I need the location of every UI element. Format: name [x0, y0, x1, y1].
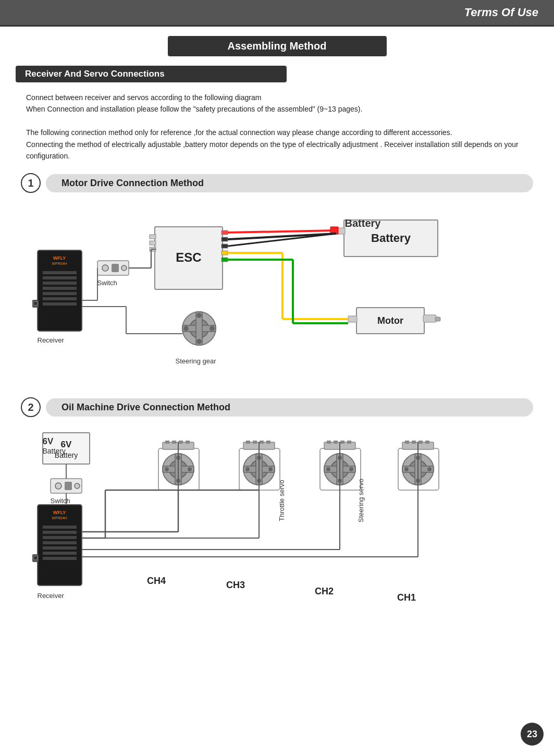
svg-text:ESC: ESC [176, 250, 201, 264]
svg-rect-75 [43, 536, 77, 539]
svg-rect-19 [150, 241, 156, 245]
svg-rect-8 [43, 292, 77, 295]
method1-header: 1 Motor Drive Connection Method [21, 173, 533, 193]
svg-rect-9 [43, 297, 77, 300]
main-section-title: Assembling Method [227, 40, 326, 52]
svg-rect-142 [405, 441, 409, 444]
svg-rect-4 [43, 271, 77, 274]
svg-rect-7 [43, 287, 77, 290]
header-line [0, 25, 554, 27]
svg-text:CH2: CH2 [314, 586, 333, 596]
receiver-label: Receiver [38, 336, 64, 344]
svg-point-121 [349, 467, 353, 471]
steering-gear-label: Steering gear [176, 357, 216, 365]
page-number: 23 [521, 723, 544, 746]
svg-rect-5 [43, 276, 77, 279]
svg-point-42 [196, 313, 202, 318]
svg-point-16 [121, 265, 127, 271]
sub-section-bar: Receiver And Servo Connections [16, 66, 287, 82]
desc-line1: Connect between receiver and servos acco… [26, 92, 528, 103]
svg-rect-77 [43, 546, 77, 550]
svg-point-14 [102, 265, 108, 271]
svg-text:Steering servo: Steering servo [357, 479, 365, 522]
svg-rect-34 [435, 317, 440, 321]
svg-text:Battery: Battery [371, 231, 411, 245]
svg-rect-95 [165, 441, 169, 444]
svg-rect-129 [347, 441, 351, 444]
svg-text:WFR04H: WFR04H [52, 262, 67, 265]
diagram-svg-2: 6V Battery WFLY WFR04H [22, 422, 533, 620]
svg-rect-73 [43, 526, 77, 529]
svg-rect-144 [418, 441, 423, 444]
svg-rect-96 [172, 441, 176, 444]
header-bar: Terms Of Use [0, 0, 554, 25]
svg-point-104 [245, 467, 250, 471]
receiver2-label: Receiver [38, 592, 64, 600]
switch2-label: Switch [51, 497, 70, 505]
svg-text:Throttle servo: Throttle servo [278, 480, 286, 521]
diagram-motor-drive: WFLY WFR04H ESC Battery [22, 198, 533, 386]
svg-rect-126 [327, 441, 331, 444]
svg-text:WFLY: WFLY [53, 255, 66, 261]
svg-point-81 [33, 556, 38, 560]
svg-rect-127 [334, 441, 338, 444]
svg-rect-26 [221, 258, 228, 262]
svg-point-12 [33, 301, 38, 306]
desc-line4: Connecting the method of electrically ad… [26, 139, 528, 162]
desc-line2: When Connection and installation please … [26, 103, 528, 115]
sub-section-title: Receiver And Servo Connections [25, 69, 165, 79]
svg-rect-76 [43, 541, 77, 544]
svg-line-46 [228, 234, 336, 239]
diagram-svg-1: WFLY WFR04H ESC Battery [22, 198, 533, 386]
svg-point-120 [326, 467, 330, 471]
svg-point-136 [404, 467, 409, 471]
svg-rect-79 [43, 557, 77, 560]
svg-point-89 [165, 467, 169, 471]
main-section-title-bar: Assembling Method [168, 36, 387, 56]
svg-rect-25 [221, 251, 228, 255]
svg-point-105 [268, 467, 273, 471]
svg-point-90 [188, 467, 192, 471]
svg-rect-113 [266, 441, 270, 444]
svg-rect-15 [112, 264, 119, 272]
svg-rect-143 [412, 441, 416, 444]
svg-rect-33 [423, 315, 436, 322]
method1-title: Motor Drive Connection Method [61, 178, 204, 188]
svg-rect-128 [340, 441, 344, 444]
svg-text:WFR04H: WFR04H [52, 516, 67, 520]
method2-header: 2 Oil Machine Drive Connection Method [21, 397, 533, 417]
svg-rect-10 [43, 302, 77, 306]
svg-rect-23 [221, 237, 228, 241]
battery6v-text: Battery [43, 447, 66, 455]
battery6v-label: 6V [43, 436, 54, 447]
battery-label-text: Battery [345, 217, 381, 229]
switch-label: Switch [97, 279, 117, 287]
svg-rect-145 [425, 441, 429, 444]
svg-point-41 [210, 326, 215, 331]
svg-point-68 [75, 483, 80, 489]
svg-rect-6 [43, 282, 77, 285]
svg-point-66 [55, 483, 61, 489]
diagram-oil-machine: 6V Battery WFLY WFR04H [22, 422, 533, 620]
method2-title-bar: Oil Machine Drive Connection Method [46, 398, 533, 417]
method2-number: 2 [21, 397, 41, 417]
svg-rect-67 [65, 482, 72, 490]
svg-text:Motor: Motor [377, 315, 403, 326]
svg-line-44 [228, 230, 336, 233]
page-title: Terms Of Use [464, 6, 538, 19]
method1-title-bar: Motor Drive Connection Method [46, 174, 533, 192]
svg-text:WFLY: WFLY [53, 510, 66, 515]
svg-rect-32 [348, 316, 357, 322]
svg-point-43 [196, 339, 202, 344]
svg-point-40 [183, 326, 189, 331]
description-block: Connect between receiver and servos acco… [26, 92, 528, 162]
svg-rect-18 [150, 235, 156, 239]
svg-rect-110 [246, 441, 250, 444]
svg-rect-74 [43, 531, 77, 534]
svg-rect-112 [260, 441, 264, 444]
svg-rect-111 [253, 441, 257, 444]
method1-number: 1 [21, 173, 41, 193]
svg-rect-97 [179, 441, 183, 444]
svg-point-137 [427, 467, 432, 471]
svg-text:CH4: CH4 [146, 576, 165, 586]
